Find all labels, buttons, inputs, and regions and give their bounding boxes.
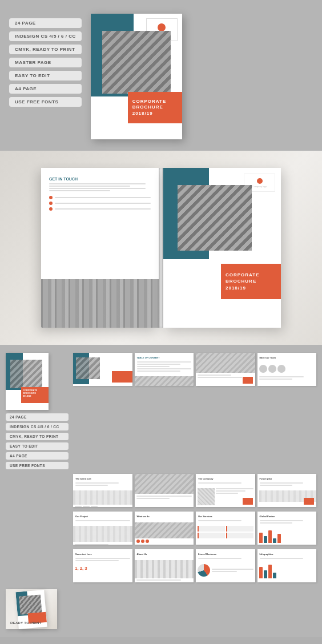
red-dot-icon — [49, 207, 53, 211]
thumb-line — [137, 364, 180, 365]
right-red-block: CORPORATE BROCHURE 2018/19 — [221, 264, 281, 299]
thumbnail-grid-row1: TABLE OF CONTENT — [73, 353, 316, 386]
marble-mini: Ready To Print — [6, 589, 57, 629]
open-brochure: Get in touch — [41, 168, 281, 328]
service-item — [226, 526, 253, 532]
thumb-line — [260, 485, 292, 486]
feature-item-2: CMYK, READY TO PRINT — [9, 45, 82, 54]
cover-logo-circle — [158, 23, 166, 31]
bar — [268, 530, 272, 543]
feature-item-1: INDESIGN CS 4/5 / 6 / CC — [9, 31, 82, 41]
dot-line — [55, 203, 151, 204]
red-dot-icon — [49, 196, 53, 199]
thumb-lines: What we do — [135, 512, 194, 522]
thumb-dots — [135, 538, 194, 544]
mini-building — [10, 360, 42, 388]
thumb-10: What we do — [135, 512, 194, 545]
dot — [146, 540, 149, 543]
cover-building — [102, 31, 171, 94]
service-item — [198, 526, 225, 532]
bottom-row1: CORPORATEBROCHURE2018/19 24 PAGE INDESIG… — [6, 353, 316, 469]
thumb-9: Our Project — [73, 512, 132, 545]
thumb-lines — [135, 578, 194, 582]
thumb-line — [136, 496, 192, 497]
city-image-texture — [41, 279, 159, 328]
right-title-2: BROCHURE — [226, 278, 281, 284]
thumb-4: Meet Our Team — [257, 353, 317, 386]
middle-section: Get in touch — [0, 151, 322, 345]
thumb-15: Line of Business — [196, 549, 255, 582]
thumb-avatar-row — [257, 363, 317, 375]
thumb-line — [198, 377, 242, 378]
pie-chart — [198, 564, 210, 577]
thumb-line — [137, 368, 192, 369]
bar — [273, 573, 276, 578]
bottom-feature-item-3: EASY TO EDIT — [6, 442, 69, 450]
thumb-line — [212, 571, 237, 572]
cover-title-1: CORPORATE — [132, 99, 182, 104]
thumb-line — [136, 579, 181, 581]
thumb-lines: The Client List — [73, 474, 132, 489]
thumb-13: Some text here 1, 2, 3 — [73, 549, 132, 582]
top-section: 24 PAGE INDESIGN CS 4/5 / 6 / CC CMYK, R… — [0, 0, 322, 151]
thumb-lines: Our Services — [196, 512, 255, 525]
thumb-line — [216, 488, 253, 489]
thumb-line — [198, 520, 242, 521]
dot-line — [55, 197, 151, 198]
thumb-2: TABLE OF CONTENT — [135, 353, 194, 386]
thumb-line — [198, 558, 242, 559]
bottom-feature-item-5: USE FREE FONTS — [6, 462, 69, 469]
brochure-spine — [159, 168, 163, 328]
left-page-content: Get in touch — [41, 168, 159, 222]
dot — [136, 540, 140, 543]
thumb-pattern — [198, 488, 215, 505]
thumb-lines: Our Project — [73, 512, 132, 525]
red-dot-icon — [49, 202, 53, 205]
thumb-11: Our Services — [196, 512, 255, 545]
thumb-line — [75, 482, 119, 484]
cover-building-texture — [102, 31, 171, 94]
thumb-line — [75, 544, 108, 545]
cover-red-block: CORPORATE BROCHURE 2018/19 — [128, 92, 182, 123]
feature-item-5: A4 PAGE — [9, 84, 82, 94]
thumb-image — [196, 353, 255, 373]
thumb-line — [75, 485, 108, 486]
bottom-feature-item-1: INDESIGN CS 4/5 / 6 / CC — [6, 423, 69, 430]
thumb-lines: Future plan — [257, 474, 317, 489]
dot-line — [55, 208, 151, 210]
thumb-8: Future plan — [257, 474, 317, 507]
ready-print-badge: Ready To Print — [10, 621, 42, 625]
body-line — [49, 190, 110, 191]
thumb-line — [216, 493, 238, 494]
thumb-lines — [135, 494, 194, 501]
bar — [264, 570, 267, 578]
thumb-image — [135, 560, 194, 578]
left-get-in-touch: Get in touch — [49, 177, 151, 181]
thumb-line — [198, 375, 231, 376]
thumb-image — [135, 376, 194, 386]
cover-bottom-bar — [91, 123, 182, 139]
legend — [212, 569, 253, 572]
service-item — [198, 533, 225, 538]
services-grid — [196, 525, 255, 540]
bottom-row3: Our Project What we do Our Services — [73, 512, 316, 545]
thumb-3 — [196, 353, 255, 386]
brochure-left-page: Get in touch — [41, 168, 159, 328]
thumb-line — [260, 482, 303, 484]
service-item — [226, 533, 253, 538]
thumb-image — [73, 526, 132, 542]
thumb-bar-chart — [257, 562, 317, 579]
logo-placeholder — [91, 506, 98, 507]
bottom-left-col: CORPORATEBROCHURE2018/19 24 PAGE INDESIG… — [6, 353, 69, 469]
right-logo-text: Company logo — [252, 185, 267, 188]
thumb-6 — [135, 474, 194, 507]
left-red-dot-row — [49, 202, 151, 205]
cover-title-2: BROCHURE — [132, 104, 182, 110]
bottom-marble-section: Ready To Print — [6, 589, 316, 629]
right-bottom-bar — [163, 299, 281, 328]
feature-item-3: MASTER PAGE — [9, 58, 82, 67]
right-title-3: 2018/19 — [226, 285, 281, 291]
thumb-16: Infographics — [257, 549, 317, 582]
logo-placeholder — [83, 506, 90, 507]
thumb-line — [136, 498, 170, 499]
